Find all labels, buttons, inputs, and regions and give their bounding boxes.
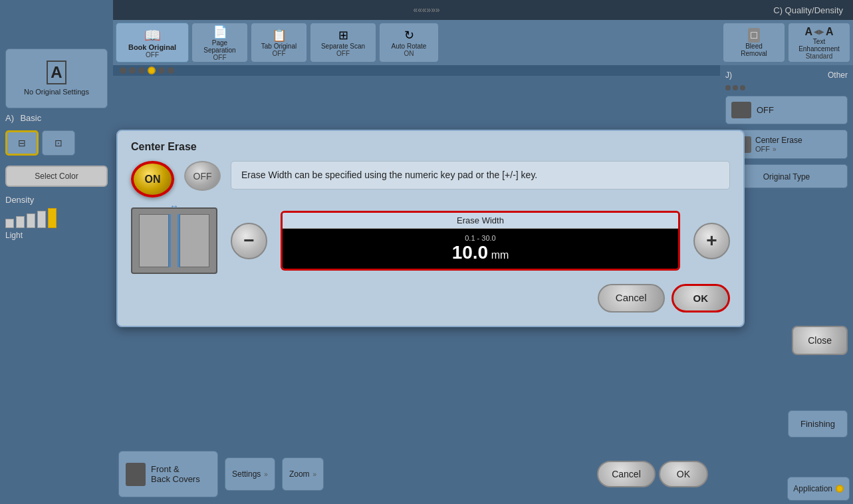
icon-btn-1-icon: ⊟ — [18, 138, 26, 148]
original-type-label: Original Type — [763, 172, 810, 182]
off-status-area: OFF — [725, 96, 848, 124]
bottom-cancel-label: Cancel — [612, 469, 641, 479]
modal-ok-btn[interactable]: OK — [671, 284, 731, 313]
tab-page-separation[interactable]: 📄 PageSeparation OFF — [191, 23, 248, 63]
dot-1 — [120, 67, 126, 74]
book-original-icon: 📖 — [144, 27, 161, 43]
ok-label: OK — [693, 293, 709, 304]
front-back-covers-btn[interactable]: Front & Back Covers — [118, 451, 218, 497]
application-btn[interactable]: Application — [787, 477, 850, 501]
off-btn[interactable]: OFF — [184, 161, 221, 191]
zoom-btn[interactable]: Zoom » — [282, 457, 324, 491]
erase-width-control: Erase Width 0.1 - 30.0 10.0 mm — [281, 211, 680, 271]
settings-arrow: » — [264, 471, 268, 478]
erase-width-unit: mm — [491, 249, 509, 261]
text-enhancement-label: TextEnhancement — [798, 38, 840, 53]
modal-info-text: Erase Width can be specified using the n… — [231, 161, 730, 189]
bottom-ok-label: OK — [677, 469, 690, 479]
no-original-label: No Original Settings — [24, 87, 89, 96]
finishing-btn[interactable]: Finishing — [788, 410, 848, 438]
auto-rotate-status: ON — [404, 50, 414, 57]
erase-width-header: Erase Width — [283, 213, 678, 229]
front-back-label: Front & Back Covers — [151, 464, 200, 484]
on-label: ON — [145, 174, 161, 186]
tab-original-label: Tab Original — [261, 43, 297, 50]
section-c-label: C) Quality/Density — [773, 5, 843, 15]
section-a-label: A) — [5, 113, 14, 123]
page-sep-icon: 📄 — [213, 25, 227, 39]
settings-label: Settings — [232, 469, 261, 479]
plus-label: + — [706, 230, 717, 251]
j-label: J) — [725, 70, 732, 80]
tab-original-status: OFF — [273, 50, 286, 57]
minus-btn[interactable]: − — [231, 223, 267, 259]
yellow-dot-app — [836, 485, 844, 493]
separate-scan-label: Separate Scan — [321, 43, 365, 50]
erase-width-range: 0.1 - 30.0 — [289, 234, 671, 242]
bkgd-removal-icon: □ — [748, 28, 760, 43]
book-page-left — [139, 214, 169, 267]
center-erase-bg-label: Center Erase — [755, 136, 802, 145]
book-arrow: ↔ — [170, 201, 179, 211]
erase-width-display: 0.1 - 30.0 10.0 mm — [283, 229, 678, 269]
plus-btn[interactable]: + — [693, 223, 730, 259]
dot-6 — [168, 67, 174, 74]
select-color-btn[interactable]: Select Color — [5, 166, 108, 187]
bottom-bar: Front & Back Covers Settings » Zoom » Ca… — [0, 444, 853, 504]
close-btn[interactable]: Close — [792, 326, 848, 355]
separate-scan-icon: ⊞ — [338, 28, 348, 43]
bkgd-removal-label: BleedRemoval — [741, 43, 767, 57]
book-original-status: OFF — [146, 51, 159, 59]
tab-tab-original[interactable]: 📋 Tab Original OFF — [251, 23, 307, 63]
off-label: OFF — [757, 105, 774, 115]
dot-2 — [129, 67, 136, 74]
left-panel: A No Original Settings A) Basic ⊟ ⊡ Sele… — [0, 0, 113, 504]
density-bars — [5, 208, 108, 228]
text-enhancement-status: Standard — [806, 53, 833, 60]
icon-btn-2-icon: ⊡ — [55, 138, 62, 148]
book-spine-left — [169, 214, 171, 267]
tab-text-enhancement[interactable]: A ◀▶ A TextEnhancement Standard — [788, 23, 850, 63]
center-erase-modal: Center Erase ON OFF Erase Width can be s… — [116, 130, 745, 327]
separate-scan-status: OFF — [336, 50, 350, 57]
tab-auto-rotate[interactable]: ↻ Auto Rotate ON — [379, 23, 439, 63]
page-sep-label: PageSeparation — [203, 39, 235, 54]
basic-label: Basic — [20, 113, 41, 123]
front-back-icon — [126, 463, 146, 486]
off-label: OFF — [193, 171, 212, 182]
tab-separate-scan[interactable]: ⊞ Separate Scan OFF — [310, 23, 376, 63]
off-icon — [731, 102, 751, 118]
center-erase-bg-status: OFF — [755, 145, 770, 153]
bottom-ok-btn[interactable]: OK — [659, 461, 708, 487]
icon-btn-2[interactable]: ⊡ — [42, 130, 75, 156]
zoom-label: Zoom — [289, 469, 310, 479]
auto-rotate-label: Auto Rotate — [392, 43, 427, 50]
on-btn[interactable]: ON — [131, 161, 174, 197]
no-original-icon: A — [47, 61, 66, 84]
header-arrows: «««»»» — [413, 5, 439, 15]
text-enh-icon: A ◀▶ A — [804, 26, 833, 38]
dot-5 — [158, 67, 165, 74]
tab-original-icon: 📋 — [272, 28, 287, 43]
tab-book-original[interactable]: 📖 Book Original OFF — [116, 23, 189, 63]
zoom-arrow: » — [313, 471, 317, 478]
bottom-cancel-btn[interactable]: Cancel — [597, 461, 656, 487]
no-original-settings-btn[interactable]: A No Original Settings — [5, 49, 108, 108]
cancel-label: Cancel — [616, 292, 647, 303]
book-diagram: ↔ — [131, 207, 217, 274]
background: B) No. of Originals «««»»» C) Quality/De… — [0, 0, 853, 504]
light-label: Light — [5, 231, 108, 240]
icon-btn-1[interactable]: ⊟ — [5, 130, 39, 156]
auto-rotate-icon: ↻ — [404, 28, 414, 43]
settings-btn[interactable]: Settings » — [225, 457, 275, 491]
book-spine-right — [178, 214, 180, 267]
density-label: Density — [5, 195, 108, 205]
application-label: Application — [793, 484, 832, 493]
tab-bkgd-removal[interactable]: □ BleedRemoval — [723, 23, 785, 63]
density-section: Density Light — [5, 195, 108, 240]
modal-title: Center Erase — [131, 141, 730, 153]
section-a-area: A) Basic — [5, 112, 108, 124]
book-page-right — [180, 214, 209, 267]
modal-cancel-btn[interactable]: Cancel — [598, 284, 665, 313]
page-sep-status: OFF — [213, 54, 227, 61]
